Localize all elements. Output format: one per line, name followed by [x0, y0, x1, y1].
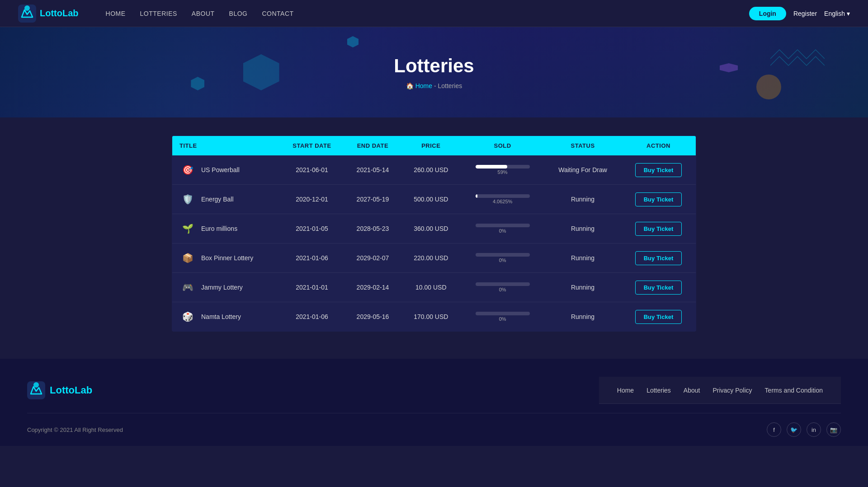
progress-label-5: 0% — [499, 316, 506, 322]
progress-container-2: 0% — [468, 224, 537, 234]
col-end-date: END DATE — [344, 136, 401, 156]
hero-shape-2 — [191, 77, 204, 90]
lottery-icon-1: 🛡️ — [179, 191, 196, 207]
nav-lotteries[interactable]: LOTTERIES — [140, 10, 177, 17]
register-button[interactable]: Register — [793, 10, 817, 17]
breadcrumb-home[interactable]: Home — [415, 82, 432, 89]
progress-label-1: 4.0625% — [493, 199, 512, 204]
cell-sold-3: 0% — [461, 244, 544, 273]
col-title: TITLE — [172, 136, 280, 156]
cell-end-4: 2029-02-14 — [344, 273, 401, 302]
progress-bar-bg-0 — [476, 165, 530, 169]
lottery-icon-5: 🎲 — [179, 309, 196, 325]
footer-link-about[interactable]: About — [684, 387, 700, 394]
cell-status-2: Running — [544, 214, 621, 244]
col-status: STATUS — [544, 136, 621, 156]
cell-action-3: Buy Ticket — [621, 244, 696, 273]
nav-logo[interactable]: LottoLab — [18, 5, 79, 23]
nav-home[interactable]: HOME — [106, 10, 126, 17]
progress-bar-bg-3 — [476, 253, 530, 257]
lottery-icon-4: 🎮 — [179, 279, 196, 295]
buy-ticket-button-3[interactable]: Buy Ticket — [635, 251, 682, 265]
logo-text-normal: Lotto — [40, 8, 62, 18]
cell-price-0: 260.00 USD — [401, 155, 461, 185]
lottery-name-2: Euro millions — [201, 225, 237, 232]
footer-logo-text-normal: Lotto — [50, 384, 75, 396]
buy-ticket-button-4[interactable]: Buy Ticket — [635, 281, 682, 295]
cell-end-5: 2029-05-16 — [344, 302, 401, 332]
login-button[interactable]: Login — [749, 7, 786, 20]
nav-blog[interactable]: BLOG — [229, 10, 248, 17]
progress-bar-fill-1 — [476, 194, 478, 198]
cell-sold-1: 4.0625% — [461, 185, 544, 214]
cell-status-0: Waiting For Draw — [544, 155, 621, 185]
cell-price-4: 10.00 USD — [401, 273, 461, 302]
footer-link-terms[interactable]: Terms and Condition — [765, 387, 823, 394]
table-row: 🎯 US Powerball 2021-06-01 2021-05-14 260… — [172, 155, 696, 185]
cell-start-0: 2021-06-01 — [280, 155, 344, 185]
cell-action-2: Buy Ticket — [621, 214, 696, 244]
cell-title-2: 🌱 Euro millions — [172, 214, 280, 244]
hero-shape-1 — [243, 54, 279, 90]
table-row: 🎮 Jammy Lottery 2021-01-01 2029-02-14 10… — [172, 273, 696, 302]
cell-sold-2: 0% — [461, 214, 544, 244]
lottery-name-4: Jammy Lottery — [201, 284, 243, 291]
cell-start-4: 2021-01-01 — [280, 273, 344, 302]
table-row: 🎲 Namta Lottery 2021-01-06 2029-05-16 17… — [172, 302, 696, 332]
lottery-icon-2: 🌱 — [179, 220, 196, 237]
nav-right: Login Register English ▾ — [749, 7, 850, 20]
navbar: LottoLab HOME LOTTERIES ABOUT BLOG CONTA… — [0, 0, 868, 27]
cell-status-5: Running — [544, 302, 621, 332]
col-start-date: START DATE — [280, 136, 344, 156]
footer-links: Home Lotteries About Privacy Policy Term… — [599, 377, 841, 404]
cell-end-3: 2029-02-07 — [344, 244, 401, 273]
cell-action-1: Buy Ticket — [621, 185, 696, 214]
progress-bar-bg-4 — [476, 282, 530, 286]
nav-contact[interactable]: CONTACT — [262, 10, 293, 17]
buy-ticket-button-0[interactable]: Buy Ticket — [635, 163, 682, 177]
twitter-icon[interactable]: 🐦 — [787, 422, 801, 437]
cell-title-5: 🎲 Namta Lottery — [172, 302, 280, 332]
cell-status-3: Running — [544, 244, 621, 273]
cell-price-5: 170.00 USD — [401, 302, 461, 332]
buy-ticket-button-1[interactable]: Buy Ticket — [635, 192, 682, 206]
cell-end-2: 2028-05-23 — [344, 214, 401, 244]
instagram-icon[interactable]: 📷 — [826, 422, 841, 437]
cell-sold-0: 59% — [461, 155, 544, 185]
logo-text-colored: Lab — [62, 8, 79, 18]
col-sold: SOLD — [461, 136, 544, 156]
progress-bar-bg-5 — [476, 312, 530, 315]
home-icon: 🏠 — [406, 82, 415, 89]
table-body: 🎯 US Powerball 2021-06-01 2021-05-14 260… — [172, 155, 696, 332]
cell-title-0: 🎯 US Powerball — [172, 155, 280, 185]
hero-shape-5 — [347, 36, 359, 47]
footer-logo-icon — [27, 381, 45, 399]
nav-about[interactable]: ABOUT — [192, 10, 215, 17]
lottery-icon-3: 📦 — [179, 250, 196, 266]
buy-ticket-button-5[interactable]: Buy Ticket — [635, 310, 682, 324]
table-row: 📦 Box Pinner Lottery 2021-01-06 2029-02-… — [172, 244, 696, 273]
cell-end-0: 2021-05-14 — [344, 155, 401, 185]
cell-sold-4: 0% — [461, 273, 544, 302]
col-action: ACTION — [621, 136, 696, 156]
nav-links: HOME LOTTERIES ABOUT BLOG CONTACT — [106, 10, 749, 17]
col-price: PRICE — [401, 136, 461, 156]
footer-link-privacy[interactable]: Privacy Policy — [712, 387, 752, 394]
footer-link-lotteries[interactable]: Lotteries — [646, 387, 671, 394]
progress-label-2: 0% — [499, 228, 506, 234]
cell-title-1: 🛡️ Energy Ball — [172, 185, 280, 214]
footer-top: LottoLab Home Lotteries About Privacy Po… — [27, 377, 841, 413]
cell-start-2: 2021-01-05 — [280, 214, 344, 244]
chevron-down-icon: ▾ — [847, 10, 850, 17]
language-selector[interactable]: English ▾ — [824, 10, 850, 17]
facebook-icon[interactable]: f — [767, 422, 781, 437]
linkedin-icon[interactable]: in — [807, 422, 821, 437]
buy-ticket-button-2[interactable]: Buy Ticket — [635, 222, 682, 236]
footer-logo: LottoLab — [27, 381, 92, 399]
cell-start-1: 2020-12-01 — [280, 185, 344, 214]
footer-link-home[interactable]: Home — [617, 387, 634, 394]
table-row: 🌱 Euro millions 2021-01-05 2028-05-23 36… — [172, 214, 696, 244]
hero-banner: Lotteries 🏠 Home - Lotteries — [0, 27, 868, 117]
cell-price-1: 500.00 USD — [401, 185, 461, 214]
cell-status-1: Running — [544, 185, 621, 214]
